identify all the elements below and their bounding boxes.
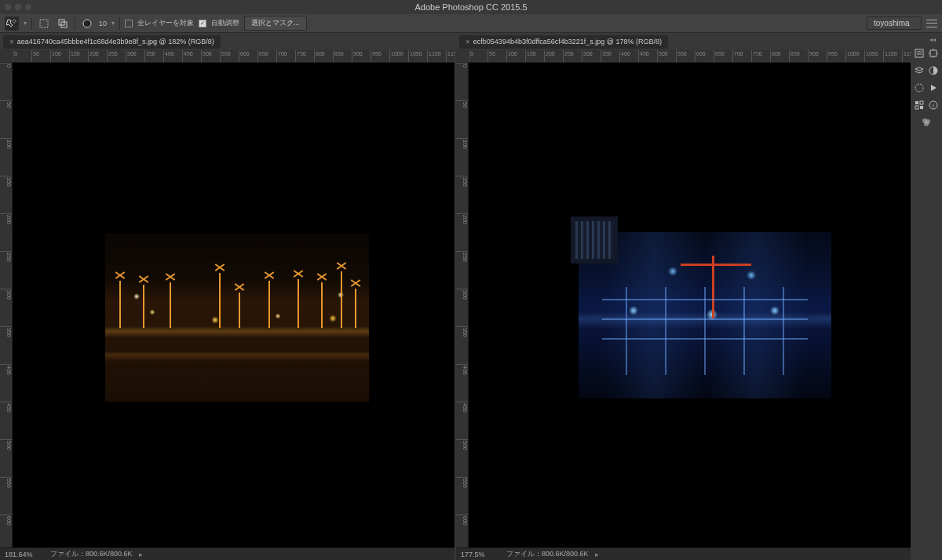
svg-rect-5 <box>915 49 923 57</box>
ruler-tick: 400 <box>0 364 13 375</box>
color-panel-icon[interactable] <box>913 82 926 94</box>
zoom-value[interactable]: 177.5% <box>461 551 500 558</box>
svg-point-4 <box>83 20 91 27</box>
ruler-tick: 600 <box>456 515 469 525</box>
canvas[interactable] <box>13 63 455 547</box>
ruler-tick: 200 <box>88 50 99 63</box>
document-pane-right: × ecfb054394b4b3f0dffca56cf4b3221f_s.jpg… <box>455 33 911 560</box>
status-doc-info[interactable]: ファイル：800.6K/800.6K <box>506 549 589 559</box>
ruler-tick: 300 <box>126 50 137 63</box>
chevron-down-icon[interactable]: ▾ <box>111 20 115 27</box>
status-doc-info[interactable]: ファイル：800.6K/800.6K <box>50 549 133 559</box>
ruler-tick: 550 <box>456 477 469 488</box>
ruler-tick: 1000 <box>389 50 403 63</box>
new-selection-icon[interactable] <box>37 16 51 31</box>
add-selection-icon[interactable] <box>56 16 70 31</box>
layers-panel-icon[interactable] <box>913 64 926 77</box>
ruler-tick: 550 <box>220 50 231 63</box>
ruler-tick: 100 <box>456 138 469 149</box>
ruler-tick: 350 <box>456 326 469 337</box>
ruler-tick: 850 <box>789 50 800 63</box>
ruler-tick: 950 <box>827 50 838 63</box>
workspace-label: toyoshima <box>874 19 910 27</box>
ruler-tick: 150 <box>456 176 469 187</box>
tool-dropdown-icon[interactable]: ▾ <box>24 20 27 27</box>
status-bar: 181.64% ファイル：800.6K/800.6K ▸ <box>0 547 455 560</box>
brush-preset-icon[interactable] <box>80 16 94 31</box>
ruler-tick: 550 <box>0 477 13 488</box>
styles-panel-icon[interactable] <box>920 116 933 129</box>
ruler-tick: 650 <box>257 50 268 63</box>
ruler-tick: 800 <box>314 50 325 63</box>
ruler-tick: 0 <box>469 50 473 63</box>
workspace-selector[interactable]: toyoshima <box>867 16 922 30</box>
ruler-tick: 500 <box>456 439 469 450</box>
adjustments-panel-icon[interactable] <box>927 64 940 77</box>
sample-all-checkbox[interactable] <box>125 20 133 27</box>
document-tab[interactable]: × aea416740ca45bbbe4f1c68d4e3b9e8f_s.jpg… <box>3 35 221 49</box>
svg-rect-1 <box>40 20 48 27</box>
ruler-tick: 750 <box>295 50 306 63</box>
ruler-tick: 800 <box>770 50 781 63</box>
ruler-tick: 250 <box>107 50 118 63</box>
ruler-tick: 1100 <box>427 50 441 63</box>
ruler-tick: 0 <box>13 50 17 63</box>
ruler-horizontal[interactable]: 0501001502002503003504004505005506006507… <box>456 50 911 63</box>
swatches-panel-icon[interactable] <box>913 99 926 111</box>
svg-rect-10 <box>915 106 918 109</box>
history-panel-icon[interactable] <box>913 47 926 60</box>
ruler-tick: 350 <box>144 50 155 63</box>
ruler-vertical[interactable]: 050100150200250300350400450500550600650 <box>456 63 469 547</box>
status-menu-icon[interactable]: ▸ <box>139 551 143 558</box>
ruler-vertical[interactable]: 050100150200250300350400450500550600650 <box>0 63 13 547</box>
maximize-window-icon[interactable] <box>25 4 31 10</box>
expand-panels-icon[interactable]: ◂◂ <box>929 36 939 42</box>
ruler-tick: 200 <box>0 213 13 224</box>
quick-select-tool-icon[interactable] <box>5 16 19 31</box>
close-tab-icon[interactable]: × <box>466 38 470 46</box>
ruler-tick: 950 <box>371 50 382 63</box>
actions-panel-icon[interactable] <box>927 82 940 94</box>
ruler-tick: 150 <box>0 176 13 187</box>
select-and-mask-button[interactable]: 選択とマスク... <box>244 16 307 31</box>
svg-point-16 <box>924 122 929 126</box>
ruler-horizontal[interactable]: 0501001502002503003504004505005506006507… <box>0 50 455 63</box>
sample-all-label: 全レイヤーを対象 <box>137 18 194 28</box>
ruler-origin[interactable] <box>0 50 13 63</box>
title-bar: Adobe Photoshop CC 2015.5 <box>0 0 942 14</box>
ruler-tick: 1150 <box>446 50 455 63</box>
zoom-value[interactable]: 181.64% <box>5 551 44 558</box>
ruler-tick: 300 <box>456 289 469 300</box>
ruler-tick: 900 <box>808 50 819 63</box>
ruler-tick: 450 <box>0 402 13 413</box>
ruler-tick: 1150 <box>902 50 911 63</box>
ruler-tick: 400 <box>163 50 174 63</box>
brush-size-value[interactable]: 10 <box>99 20 107 27</box>
panel-dock: ◂◂ i <box>911 33 942 560</box>
ruler-tick: 0 <box>0 63 13 67</box>
ruler-tick: 150 <box>525 50 536 63</box>
ruler-tick: 850 <box>333 50 344 63</box>
document-pane-left: × aea416740ca45bbbe4f1c68d4e3b9e8f_s.jpg… <box>0 33 455 560</box>
document-tab[interactable]: × ecfb054394b4b3f0dffca56cf4b3221f_s.jpg… <box>459 35 668 49</box>
image-content <box>579 232 831 398</box>
ruler-tick: 1100 <box>883 50 897 63</box>
svg-rect-11 <box>920 106 923 109</box>
panel-menu-icon[interactable] <box>926 20 937 27</box>
canvas[interactable] <box>469 63 911 547</box>
status-menu-icon[interactable]: ▸ <box>595 551 599 558</box>
ruler-tick: 200 <box>544 50 555 63</box>
minimize-window-icon[interactable] <box>15 4 21 10</box>
properties-panel-icon[interactable] <box>927 47 940 60</box>
auto-enhance-checkbox[interactable]: ✓ <box>199 20 206 27</box>
ruler-tick: 600 <box>0 515 13 525</box>
close-tab-icon[interactable]: × <box>9 38 14 46</box>
info-panel-icon[interactable]: i <box>927 99 940 111</box>
ruler-tick: 400 <box>619 50 630 63</box>
ruler-origin[interactable] <box>456 50 469 63</box>
svg-point-0 <box>13 20 16 23</box>
tab-strip: × aea416740ca45bbbe4f1c68d4e3b9e8f_s.jpg… <box>0 33 455 50</box>
close-window-icon[interactable] <box>5 4 11 10</box>
document-tab-label: aea416740ca45bbbe4f1c68d4e3b9e8f_s.jpg @… <box>17 38 214 45</box>
ruler-tick: 350 <box>0 326 13 337</box>
